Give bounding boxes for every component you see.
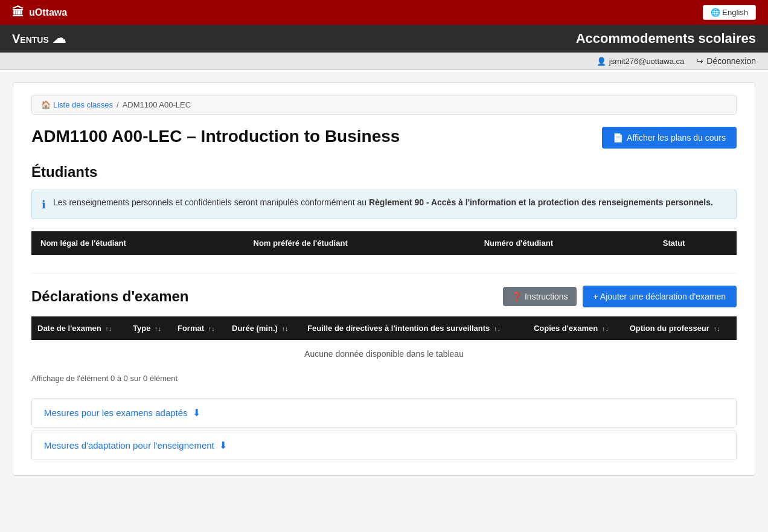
user-icon: 👤 <box>597 57 606 66</box>
collapsible-label-teaching: Mesures d'adaptation pour l'enseignement <box>44 440 214 450</box>
info-box: ℹ Les renseignements personnels et confi… <box>31 190 737 219</box>
sort-arrows-date: ↑↓ <box>105 325 112 332</box>
user-email-item: 👤 jsmit276@uottawa.ca <box>597 57 684 66</box>
show-course-plans-button[interactable]: 📄 Afficher les plans du cours <box>602 127 737 149</box>
info-icon: ℹ <box>42 198 46 211</box>
show-course-plans-label: Afficher les plans du cours <box>627 133 726 143</box>
collapsible-header-exams[interactable]: Mesures pour les examens adaptés ⬇ <box>32 399 736 427</box>
ventus-brand: Ventus <box>12 32 49 46</box>
breadcrumb-link-text[interactable]: Liste des classes <box>53 100 113 109</box>
user-email: jsmit276@uottawa.ca <box>609 57 684 66</box>
ventus-logo: Ventus ☁ <box>12 31 66 46</box>
page-title: ADM1100 A00-LEC – Introduction to Busine… <box>31 127 400 146</box>
document-icon: 📄 <box>613 133 623 143</box>
sort-arrows-duration: ↑↓ <box>281 325 288 332</box>
declarations-table: Date de l'examen ↑↓ Type ↑↓ Format ↑↓ Du… <box>31 316 737 368</box>
col-student-number: Numéro d'étudiant <box>475 231 654 255</box>
students-table: Nom légal de l'étudiant Nom préféré de l… <box>31 231 737 274</box>
students-empty-cell <box>31 255 737 274</box>
breadcrumb-home-link[interactable]: 🏠 Liste des classes <box>41 100 113 109</box>
col-professor-option[interactable]: Option du professeur ↑↓ <box>624 316 737 340</box>
instructions-button[interactable]: ❓ Instructions <box>503 287 577 306</box>
declarations-empty-cell: Aucune donnée disponible dans le tableau <box>31 340 737 368</box>
sort-arrows-professor: ↑↓ <box>714 325 720 332</box>
declarations-table-header-row: Date de l'examen ↑↓ Type ↑↓ Format ↑↓ Du… <box>31 316 737 340</box>
col-copies[interactable]: Copies d'examen ↑↓ <box>528 316 624 340</box>
instructions-icon: ❓ <box>511 292 522 301</box>
declarations-empty-row: Aucune donnée disponible dans le tableau <box>31 340 737 368</box>
students-section-title: Étudiants <box>31 164 737 181</box>
logout-link[interactable]: ↪ Déconnexion <box>696 56 756 66</box>
add-declaration-label: + Ajouter une déclaration d'examen <box>594 292 726 301</box>
user-bar: 👤 jsmit276@uottawa.ca ↪ Déconnexion <box>0 53 768 70</box>
add-declaration-button[interactable]: + Ajouter une déclaration d'examen <box>583 286 737 307</box>
declarations-actions: ❓ Instructions + Ajouter une déclaration… <box>503 286 737 307</box>
pagination-text: Affichage de l'élément 0 à 0 sur 0 éléme… <box>31 374 737 383</box>
col-legal-name: Nom légal de l'étudiant <box>31 231 245 255</box>
declarations-header: Déclarations d'examen ❓ Instructions + A… <box>31 286 737 307</box>
logout-icon: ↪ <box>696 56 703 66</box>
breadcrumb-separator: / <box>117 100 119 109</box>
logo-icon: 🏛 <box>12 5 24 19</box>
col-type[interactable]: Type ↑↓ <box>127 316 171 340</box>
logout-label: Déconnexion <box>706 56 756 66</box>
students-table-empty-row <box>31 255 737 274</box>
sort-arrows-directives: ↑↓ <box>494 325 501 332</box>
ventus-bar: Ventus ☁ Accommodements scolaires <box>0 25 768 53</box>
university-logo: 🏛 uOttawa <box>12 5 67 19</box>
home-icon: 🏠 <box>41 100 51 109</box>
students-table-header-row: Nom légal de l'étudiant Nom préféré de l… <box>31 231 737 255</box>
chevron-down-icon-exams: ⬇ <box>193 407 200 418</box>
col-exam-date[interactable]: Date de l'examen ↑↓ <box>31 316 127 340</box>
info-text: Les renseignements personnels et confide… <box>53 197 713 207</box>
page-section-title: Accommodements scolaires <box>576 31 756 46</box>
language-button[interactable]: 🌐 English <box>703 5 756 20</box>
collapsible-header-teaching[interactable]: Mesures d'adaptation pour l'enseignement… <box>32 431 736 460</box>
col-duration[interactable]: Durée (min.) ↑↓ <box>226 316 301 340</box>
main-content: 🏠 Liste des classes / ADM1100 A00-LEC AD… <box>13 82 755 476</box>
col-preferred-name: Nom préféré de l'étudiant <box>245 231 475 255</box>
sort-arrows-copies: ↑↓ <box>602 325 609 332</box>
sort-arrows-format: ↑↓ <box>208 325 215 332</box>
col-directives[interactable]: Feuille de directives à l'intention des … <box>301 316 528 340</box>
breadcrumb-current: ADM1100 A00-LEC <box>123 100 191 109</box>
instructions-label: Instructions <box>525 292 568 301</box>
collapsible-label-exams: Mesures pour les examens adaptés <box>44 408 188 418</box>
chevron-down-icon-teaching: ⬇ <box>219 440 227 451</box>
col-format[interactable]: Format ↑↓ <box>171 316 226 340</box>
top-bar: 🏛 uOttawa 🌐 English <box>0 0 768 25</box>
cloud-icon: ☁ <box>53 31 66 46</box>
sort-arrows-type: ↑↓ <box>155 325 161 332</box>
collapsible-section-exams: Mesures pour les examens adaptés ⬇ <box>31 398 737 428</box>
university-name: uOttawa <box>29 7 67 18</box>
col-status: Statut <box>654 231 737 255</box>
declarations-section-title: Déclarations d'examen <box>31 288 188 305</box>
collapsible-section-teaching: Mesures d'adaptation pour l'enseignement… <box>31 431 737 460</box>
page-title-row: ADM1100 A00-LEC – Introduction to Busine… <box>31 127 737 149</box>
breadcrumb: 🏠 Liste des classes / ADM1100 A00-LEC <box>31 95 737 115</box>
